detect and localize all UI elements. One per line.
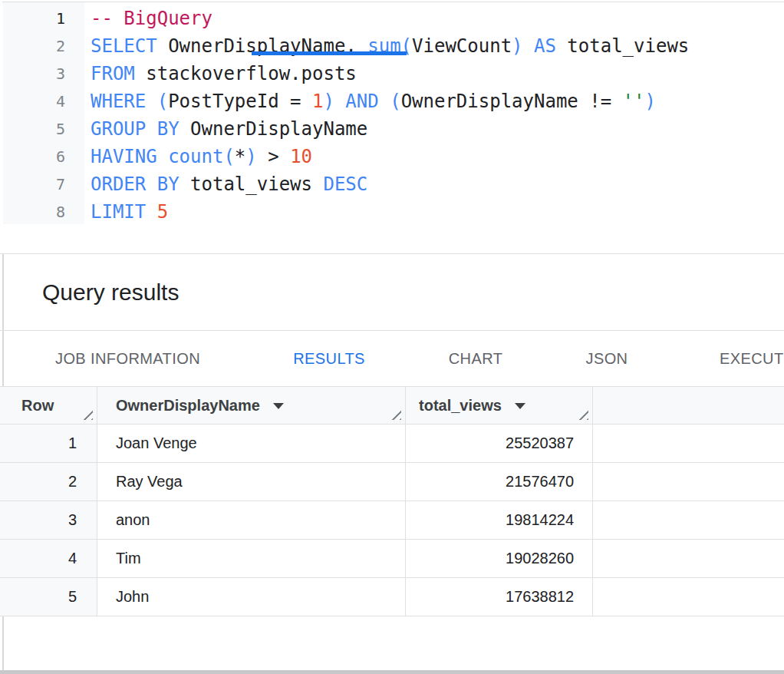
code-line[interactable]: 4WHERE (PostTypeId = 1) AND (OwnerDispla… [2,88,784,115]
code-text: SELECT OwnerDisplayName, sum(ViewCount) … [91,32,689,60]
line-number: 8 [2,198,65,226]
tab-job-information[interactable]: JOB INFORMATION [31,331,225,386]
code-text: WHERE (PostTypeId = 1) AND (OwnerDisplay… [91,88,656,115]
code-text: HAVING count(*) > 10 [91,143,312,170]
cell-empty [593,463,784,501]
tab-chart[interactable]: CHART [407,331,545,386]
code-line[interactable]: 1-- BigQuery [2,5,784,32]
horizontal-scrollbar[interactable] [0,670,784,674]
code-line[interactable]: 5GROUP BY OwnerDisplayName [2,115,784,143]
cell-total-views: 19814224 [406,501,593,540]
cell-empty [593,425,784,463]
code-line[interactable]: 6HAVING count(*) > 10 [2,143,784,170]
cell-empty [593,578,784,616]
cell-total-views: 19028260 [406,540,593,578]
cell-row-number: 1 [0,425,97,463]
cell-empty [593,540,784,578]
results-tabbar: JOB INFORMATIONRESULTSCHARTJSONEXECUTION… [0,331,784,386]
table-row: 5John17638812 [0,578,784,616]
table-row: 2Ray Vega21576470 [0,463,784,501]
line-number: 5 [2,115,65,143]
sql-editor[interactable]: 1-- BigQuery2SELECT OwnerDisplayName, su… [2,2,784,253]
column-header-ownerdisplayname: OwnerDisplayName [97,387,406,425]
code-line[interactable]: 8LIMIT 5 [2,198,784,226]
code-text: FROM stackoverflow.posts [91,60,357,88]
cell-ownerdisplayname: Ray Vega [97,463,406,501]
code-line[interactable]: 2SELECT OwnerDisplayName, sum(ViewCount)… [2,32,784,60]
column-resize-grip-icon[interactable] [576,408,588,420]
code-line[interactable]: 3FROM stackoverflow.posts [2,60,784,88]
code-lines: 1-- BigQuery2SELECT OwnerDisplayName, su… [2,5,784,226]
cell-ownerdisplayname: John [97,578,406,616]
code-text: ORDER BY total_views DESC [91,170,367,198]
cell-row-number: 4 [0,540,97,578]
cell-ownerdisplayname: anon [97,501,406,540]
column-header-row: Row [0,387,97,425]
column-header-empty [593,387,784,425]
column-header-total-views: total_views [406,387,593,425]
tab-results[interactable]: RESULTS [252,331,407,386]
table-row: 3anon19814224 [0,501,784,540]
cell-row-number: 5 [0,578,97,616]
cell-total-views: 17638812 [406,578,593,616]
line-number: 2 [2,32,65,60]
column-resize-grip-icon[interactable] [389,408,401,420]
code-text: -- BigQuery [91,5,212,32]
cell-total-views: 25520387 [406,425,593,463]
cell-ownerdisplayname: Joan Venge [97,425,406,463]
code-text: GROUP BY OwnerDisplayName [91,115,367,143]
table-row: 1Joan Venge25520387 [0,425,784,463]
line-number: 6 [2,143,65,170]
cell-total-views: 21576470 [406,463,593,501]
column-resize-grip-icon[interactable] [81,408,93,420]
cell-row-number: 3 [0,501,97,540]
sort-dropdown-icon[interactable] [515,403,525,409]
cell-row-number: 2 [0,463,97,501]
table-row: 4Tim19028260 [0,540,784,578]
line-number: 3 [2,60,65,88]
tab-json[interactable]: JSON [538,331,676,386]
table-header-row: RowOwnerDisplayNametotal_views [0,387,784,425]
results-header: Query results [0,254,784,330]
line-number: 7 [2,170,65,198]
code-text: LIMIT 5 [91,198,168,226]
page-title: Query results [42,279,179,306]
sort-dropdown-icon[interactable] [273,403,284,409]
results-table: RowOwnerDisplayNametotal_views1Joan Veng… [0,387,784,616]
cell-empty [593,501,784,540]
active-tab-indicator [252,51,407,55]
line-number: 4 [2,88,65,115]
cell-ownerdisplayname: Tim [97,540,406,578]
tab-execution-details[interactable]: EXECUTION DETAILS [720,331,784,386]
line-number: 1 [2,5,65,32]
code-line[interactable]: 7ORDER BY total_views DESC [2,170,784,198]
